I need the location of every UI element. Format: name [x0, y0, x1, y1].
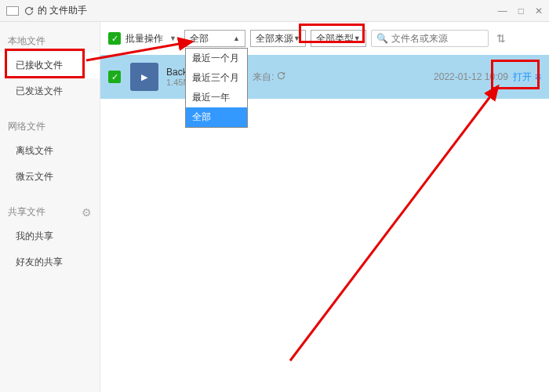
sort-button[interactable]: ⇅ — [493, 32, 509, 45]
file-source: 来自: — [253, 71, 434, 84]
refresh-icon — [277, 71, 285, 82]
sidebar-header-local: 本地文件 — [0, 30, 100, 53]
titlebar: 的 文件助手 — □ ✕ — [0, 0, 549, 22]
minimize-button[interactable]: — — [498, 5, 507, 16]
sidebar-header-shared: 共享文件 ⚙ — [0, 201, 100, 223]
file-row[interactable]: ✓ Backuxxxxxx xxt 1.45M 来自: 2022-01-12 1… — [100, 55, 549, 99]
select-all-checkbox[interactable]: ✓ — [108, 32, 121, 45]
chevron-down-icon: ▼ — [293, 34, 300, 42]
search-box[interactable]: 🔍 — [371, 30, 489, 47]
source-filter-value: 全部来源 — [256, 32, 293, 45]
folder-icon — [6, 6, 19, 16]
sidebar-item-received[interactable]: 已接收文件 — [0, 53, 100, 78]
batch-dropdown-arrow[interactable]: ▼ — [169, 34, 176, 42]
window-controls: — □ ✕ — [498, 5, 543, 16]
batch-label: 批量操作 — [125, 32, 163, 45]
main-panel: ✓ 批量操作 ▼ 全部 ▲ 最近一个月 最近三个月 最近一年 全部 全部来源 ▼ — [100, 22, 549, 392]
time-option-1month[interactable]: 最近一个月 — [186, 49, 247, 68]
refresh-icon — [24, 5, 35, 16]
chevron-down-icon: ▼ — [354, 34, 361, 42]
source-filter-select[interactable]: 全部来源 ▼ — [250, 30, 306, 47]
sidebar-item-myshare[interactable]: 我的共享 — [0, 223, 100, 249]
file-thumbnail-video-icon — [130, 63, 158, 91]
sidebar-item-friendshare[interactable]: 好友的共享 — [0, 249, 100, 275]
sidebar-item-sent[interactable]: 已发送文件 — [0, 78, 100, 104]
file-date: 2022-01-12 10:09 — [434, 71, 508, 82]
open-button[interactable]: 打开 — [513, 71, 532, 84]
hamburger-icon[interactable]: ≡ — [535, 71, 541, 83]
maximize-button[interactable]: □ — [518, 5, 524, 16]
type-filter-value: 全部类型 — [316, 32, 354, 45]
sidebar-header-network: 网络文件 — [0, 115, 100, 138]
chevron-up-icon: ▲ — [233, 34, 240, 42]
search-input[interactable] — [391, 33, 509, 44]
toolbar: ✓ 批量操作 ▼ 全部 ▲ 最近一个月 最近三个月 最近一年 全部 全部来源 ▼ — [100, 22, 549, 55]
time-option-all[interactable]: 全部 — [186, 107, 247, 127]
time-option-1year[interactable]: 最近一年 — [186, 88, 247, 107]
time-filter-dropdown: 最近一个月 最近三个月 最近一年 全部 — [185, 48, 248, 128]
close-button[interactable]: ✕ — [535, 5, 543, 16]
type-filter-select[interactable]: 全部类型 ▼ — [311, 30, 366, 47]
window-title: 的 文件助手 — [38, 4, 498, 17]
search-icon: 🔍 — [376, 33, 388, 44]
sidebar-item-weiyun[interactable]: 微云文件 — [0, 164, 100, 190]
time-filter-select[interactable]: 全部 ▲ 最近一个月 最近三个月 最近一年 全部 — [184, 30, 245, 47]
gear-icon[interactable]: ⚙ — [82, 206, 92, 219]
time-filter-value: 全部 — [190, 32, 209, 45]
sidebar-header-shared-label: 共享文件 — [8, 205, 45, 219]
sidebar-item-offline[interactable]: 离线文件 — [0, 138, 100, 164]
time-option-3month[interactable]: 最近三个月 — [186, 68, 247, 88]
sidebar: 本地文件 已接收文件 已发送文件 网络文件 离线文件 微云文件 共享文件 ⚙ 我… — [0, 22, 100, 392]
file-checkbox[interactable]: ✓ — [108, 71, 121, 83]
